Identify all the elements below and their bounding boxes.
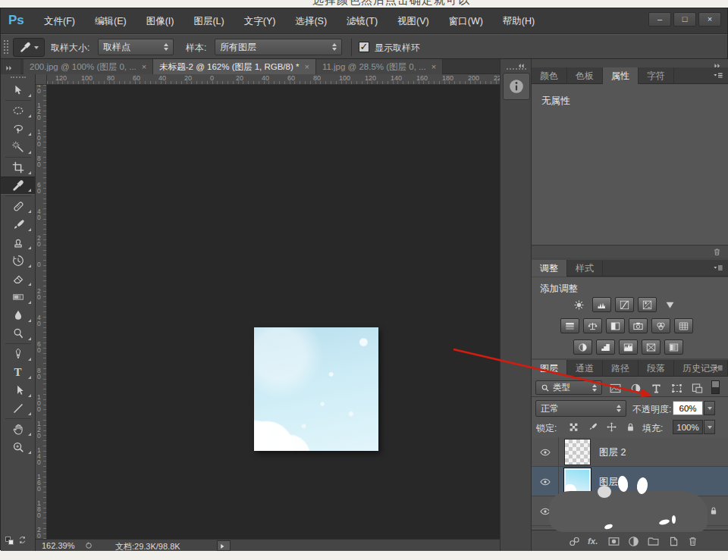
menu-item[interactable]: 帮助(H) <box>493 8 544 34</box>
tab-close-icon[interactable]: × <box>142 62 146 71</box>
expand-toolbar-icon[interactable] <box>4 61 17 71</box>
adjustment-channel-mixer[interactable] <box>651 318 670 333</box>
zoom-tool[interactable] <box>1 438 35 456</box>
panel-tab[interactable]: 样式 <box>567 260 603 277</box>
panel-menu-icon[interactable] <box>711 362 725 374</box>
filter-pixel[interactable] <box>609 382 622 394</box>
sample-size-dropdown[interactable]: 取样点 <box>98 39 174 55</box>
adjustment-vibrance[interactable] <box>661 297 679 312</box>
layer-row[interactable]: 图层 2 <box>532 437 728 467</box>
delete-layer-icon[interactable] <box>686 535 699 548</box>
vertical-ruler[interactable]: 1 4 01 2 01 0 08 06 04 02 002 04 06 08 0… <box>36 85 47 539</box>
panel-tab[interactable]: 通道 <box>567 360 603 377</box>
adjustment-curves[interactable] <box>615 297 634 312</box>
clone-stamp-tool[interactable] <box>1 233 35 252</box>
canvas-area[interactable] <box>47 85 500 539</box>
new-adjustment-layer-icon[interactable] <box>627 535 640 548</box>
adjustment-levels[interactable] <box>592 297 611 312</box>
swap-colors-icon[interactable] <box>17 535 27 545</box>
document-image[interactable] <box>254 327 378 451</box>
panel-tab[interactable]: 图层 <box>532 360 567 377</box>
adjustment-exposure[interactable] <box>638 297 657 312</box>
adjustment-brightness-contrast[interactable] <box>570 297 588 312</box>
layer-style-icon[interactable]: fx. <box>588 537 598 546</box>
adjustment-gradient-map[interactable] <box>642 339 661 355</box>
panel-menu-icon[interactable] <box>711 262 725 274</box>
type-tool[interactable]: T <box>1 363 35 381</box>
menu-item[interactable]: 图像(I) <box>136 8 184 34</box>
eraser-tool[interactable] <box>1 270 35 288</box>
filter-shape[interactable] <box>670 382 683 394</box>
filter-smart[interactable] <box>691 382 704 394</box>
panel-tab[interactable]: 调整 <box>532 260 567 277</box>
lock-transparency[interactable] <box>568 421 579 433</box>
pen-tool[interactable] <box>1 345 35 363</box>
line-tool[interactable] <box>1 399 35 418</box>
link-layers-icon[interactable] <box>568 535 581 548</box>
opacity-dropdown-button[interactable] <box>704 401 715 415</box>
zoom-level-field[interactable]: 162.39% <box>42 541 74 550</box>
panel-tab[interactable]: 颜色 <box>532 67 567 84</box>
elliptical-marquee-tool[interactable] <box>1 102 35 120</box>
toolbar-grip[interactable] <box>11 77 26 78</box>
layer-mask-icon[interactable] <box>607 535 620 548</box>
magic-wand-tool[interactable] <box>1 138 35 156</box>
maximize-button[interactable]: □ <box>673 12 696 27</box>
tab-close-icon[interactable]: × <box>304 62 309 71</box>
adjustment-posterize[interactable] <box>596 339 615 355</box>
filter-toggle[interactable] <box>711 380 720 394</box>
adjustment-threshold[interactable] <box>619 339 638 355</box>
brush-tool[interactable] <box>1 215 35 233</box>
trash-icon[interactable] <box>712 247 722 257</box>
panel-menu-icon[interactable] <box>711 70 725 82</box>
crop-tool[interactable] <box>1 158 35 177</box>
panel-tab[interactable]: 路径 <box>603 360 639 377</box>
document-tab[interactable]: 11.jpg @ 28.5% (图层 0, ...× <box>316 59 443 74</box>
tab-close-icon[interactable]: × <box>431 62 436 71</box>
menu-item[interactable]: 窗口(W) <box>439 8 493 34</box>
minimize-button[interactable]: – <box>648 12 671 27</box>
fill-dropdown-button[interactable] <box>704 420 715 434</box>
sample-dropdown[interactable]: 所有图层 <box>215 39 342 55</box>
lock-all[interactable] <box>625 421 636 433</box>
new-group-icon[interactable] <box>647 535 660 548</box>
menu-item[interactable]: 视图(V) <box>388 8 439 34</box>
eyedropper-tool-preset-button[interactable] <box>13 38 45 57</box>
menu-item[interactable]: 文件(F) <box>34 8 85 34</box>
new-layer-icon[interactable] <box>667 535 679 548</box>
filter-type[interactable] <box>650 382 663 394</box>
layer-thumbnail[interactable] <box>564 439 591 465</box>
lasso-tool[interactable] <box>1 120 35 138</box>
document-tab[interactable]: 200.jpg @ 100% (图层 0, ...× <box>24 59 153 74</box>
visibility-toggle[interactable] <box>532 437 559 467</box>
eyedropper-tool[interactable] <box>1 177 35 195</box>
menu-item[interactable]: 滤镜(T) <box>337 8 388 34</box>
move-tool[interactable] <box>1 81 35 99</box>
info-panel-button[interactable] <box>503 73 530 100</box>
document-tab[interactable]: 未标题-2 @ 162% (图层 1, RGB/8) *× <box>153 59 316 74</box>
horizontal-ruler[interactable]: 1401201008060402002040608010012014016018… <box>47 74 500 85</box>
filter-adjustment[interactable] <box>629 382 642 394</box>
menu-item[interactable]: 图层(L) <box>184 8 234 34</box>
lock-paint[interactable] <box>587 421 598 433</box>
dodge-tool[interactable] <box>1 324 35 343</box>
adjustment-color-lookup[interactable] <box>674 318 693 333</box>
adjustment-color-balance[interactable] <box>583 318 602 333</box>
hand-tool[interactable] <box>1 420 35 438</box>
lock-position[interactable] <box>606 421 617 433</box>
panel-tab[interactable]: 属性 <box>603 67 639 84</box>
adjustment-black-white[interactable] <box>606 318 625 333</box>
filter-type-dropdown[interactable]: 类型 <box>535 380 602 395</box>
adjustment-selective-color[interactable] <box>664 339 683 355</box>
healing-brush-tool[interactable] <box>1 197 35 215</box>
history-brush-tool[interactable] <box>1 252 35 270</box>
visibility-toggle[interactable] <box>532 467 559 496</box>
close-button[interactable]: × <box>698 12 721 27</box>
panel-tab[interactable]: 段落 <box>639 360 674 377</box>
adjustment-photo-filter[interactable] <box>629 318 648 333</box>
show-sampling-ring-checkbox[interactable]: ✓ <box>359 42 369 52</box>
menu-item[interactable]: 编辑(E) <box>85 8 136 34</box>
panel-tab[interactable]: 字符 <box>639 67 674 84</box>
blur-tool[interactable] <box>1 306 35 324</box>
fill-field[interactable]: 100% <box>673 420 703 434</box>
